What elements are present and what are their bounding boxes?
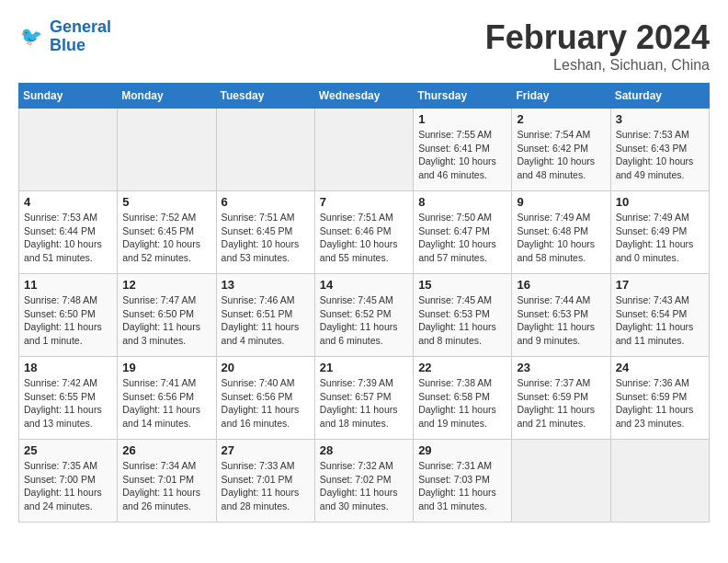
day-info: Sunrise: 7:40 AM Sunset: 6:56 PM Dayligh… [222,376,310,431]
calendar-header-row: SundayMondayTuesdayWednesdayThursdayFrid… [19,84,710,109]
day-of-week-header: Friday [512,84,610,109]
day-info: Sunrise: 7:33 AM Sunset: 7:01 PM Dayligh… [222,459,310,513]
day-number: 1 [418,112,506,126]
calendar-cell: 24Sunrise: 7:36 AM Sunset: 6:59 PM Dayli… [610,357,709,440]
day-number: 20 [222,361,310,374]
day-info: Sunrise: 7:50 AM Sunset: 6:47 PM Dayligh… [418,211,506,265]
calendar-cell: 6Sunrise: 7:51 AM Sunset: 6:45 PM Daylig… [216,191,314,274]
calendar-cell: 10Sunrise: 7:49 AM Sunset: 6:49 PM Dayli… [610,191,709,274]
calendar-cell [610,440,709,523]
day-info: Sunrise: 7:52 AM Sunset: 6:45 PM Dayligh… [122,211,210,265]
day-number: 26 [122,443,210,457]
day-of-week-header: Saturday [610,84,709,109]
day-of-week-header: Sunday [19,84,118,109]
day-info: Sunrise: 7:42 AM Sunset: 6:55 PM Dayligh… [24,376,112,431]
day-of-week-header: Thursday [414,84,512,109]
title-block: February 2024 Leshan, Sichuan, China [485,18,710,74]
calendar-cell: 9Sunrise: 7:49 AM Sunset: 6:48 PM Daylig… [512,191,610,274]
calendar-cell: 13Sunrise: 7:46 AM Sunset: 6:51 PM Dayli… [216,274,314,357]
day-info: Sunrise: 7:53 AM Sunset: 6:44 PM Dayligh… [24,211,112,265]
logo-icon: 🐦 [18,23,46,51]
day-number: 3 [616,112,704,126]
calendar-cell: 15Sunrise: 7:45 AM Sunset: 6:53 PM Dayli… [414,274,512,357]
calendar-cell [19,109,118,191]
day-number: 4 [24,195,112,209]
calendar-cell: 4Sunrise: 7:53 AM Sunset: 6:44 PM Daylig… [19,191,118,274]
day-number: 17 [616,278,704,292]
calendar-cell: 17Sunrise: 7:43 AM Sunset: 6:54 PM Dayli… [610,274,709,357]
calendar-cell: 25Sunrise: 7:35 AM Sunset: 7:00 PM Dayli… [19,440,118,523]
day-info: Sunrise: 7:34 AM Sunset: 7:01 PM Dayligh… [122,459,210,513]
day-number: 25 [24,443,112,457]
calendar-cell: 21Sunrise: 7:39 AM Sunset: 6:57 PM Dayli… [314,357,413,440]
day-info: Sunrise: 7:45 AM Sunset: 6:52 PM Dayligh… [320,293,408,348]
day-info: Sunrise: 7:51 AM Sunset: 6:46 PM Dayligh… [320,211,408,265]
day-info: Sunrise: 7:39 AM Sunset: 6:57 PM Dayligh… [320,376,408,431]
calendar-week-row: 4Sunrise: 7:53 AM Sunset: 6:44 PM Daylig… [19,191,710,274]
calendar-week-row: 1Sunrise: 7:55 AM Sunset: 6:41 PM Daylig… [19,109,710,191]
day-info: Sunrise: 7:53 AM Sunset: 6:43 PM Dayligh… [616,128,704,182]
calendar-cell: 23Sunrise: 7:37 AM Sunset: 6:59 PM Dayli… [512,357,610,440]
calendar-cell: 18Sunrise: 7:42 AM Sunset: 6:55 PM Dayli… [19,357,118,440]
calendar-cell: 26Sunrise: 7:34 AM Sunset: 7:01 PM Dayli… [118,440,216,523]
page-header: 🐦 General Blue February 2024 Leshan, Sic… [18,18,710,74]
day-number: 12 [122,278,210,292]
calendar-cell [512,440,610,523]
day-info: Sunrise: 7:51 AM Sunset: 6:45 PM Dayligh… [222,211,310,265]
day-info: Sunrise: 7:54 AM Sunset: 6:42 PM Dayligh… [517,128,605,182]
day-number: 15 [418,278,506,292]
calendar-cell: 28Sunrise: 7:32 AM Sunset: 7:02 PM Dayli… [314,440,413,523]
calendar-cell [314,109,413,191]
day-info: Sunrise: 7:44 AM Sunset: 6:53 PM Dayligh… [517,293,605,348]
calendar-cell: 1Sunrise: 7:55 AM Sunset: 6:41 PM Daylig… [414,109,512,191]
day-info: Sunrise: 7:35 AM Sunset: 7:00 PM Dayligh… [24,459,112,513]
day-info: Sunrise: 7:43 AM Sunset: 6:54 PM Dayligh… [616,293,704,348]
logo: 🐦 General Blue [18,18,111,55]
calendar-week-row: 18Sunrise: 7:42 AM Sunset: 6:55 PM Dayli… [19,357,710,440]
day-number: 18 [24,361,112,374]
day-info: Sunrise: 7:45 AM Sunset: 6:53 PM Dayligh… [418,293,506,348]
calendar-week-row: 25Sunrise: 7:35 AM Sunset: 7:00 PM Dayli… [19,440,710,523]
month-title: February 2024 [485,18,710,57]
day-info: Sunrise: 7:47 AM Sunset: 6:50 PM Dayligh… [122,293,210,348]
location-title: Leshan, Sichuan, China [485,57,710,74]
calendar-cell: 22Sunrise: 7:38 AM Sunset: 6:58 PM Dayli… [414,357,512,440]
calendar-cell: 5Sunrise: 7:52 AM Sunset: 6:45 PM Daylig… [118,191,216,274]
calendar-cell: 3Sunrise: 7:53 AM Sunset: 6:43 PM Daylig… [610,109,709,191]
day-number: 14 [320,278,408,292]
day-of-week-header: Wednesday [314,84,413,109]
calendar-cell: 7Sunrise: 7:51 AM Sunset: 6:46 PM Daylig… [314,191,413,274]
day-number: 8 [418,195,506,209]
calendar-cell: 11Sunrise: 7:48 AM Sunset: 6:50 PM Dayli… [19,274,118,357]
calendar-cell: 12Sunrise: 7:47 AM Sunset: 6:50 PM Dayli… [118,274,216,357]
day-number: 27 [222,443,310,457]
calendar-week-row: 11Sunrise: 7:48 AM Sunset: 6:50 PM Dayli… [19,274,710,357]
day-info: Sunrise: 7:49 AM Sunset: 6:48 PM Dayligh… [517,211,605,265]
calendar-cell: 14Sunrise: 7:45 AM Sunset: 6:52 PM Dayli… [314,274,413,357]
logo-text: General Blue [50,18,111,55]
day-info: Sunrise: 7:55 AM Sunset: 6:41 PM Dayligh… [418,128,506,182]
calendar-cell: 19Sunrise: 7:41 AM Sunset: 6:56 PM Dayli… [118,357,216,440]
day-number: 22 [418,361,506,374]
calendar-cell: 8Sunrise: 7:50 AM Sunset: 6:47 PM Daylig… [414,191,512,274]
day-info: Sunrise: 7:49 AM Sunset: 6:49 PM Dayligh… [616,211,704,265]
day-of-week-header: Tuesday [216,84,314,109]
day-number: 6 [222,195,310,209]
day-number: 23 [517,361,605,374]
day-number: 10 [616,195,704,209]
day-number: 7 [320,195,408,209]
day-info: Sunrise: 7:48 AM Sunset: 6:50 PM Dayligh… [24,293,112,348]
day-number: 28 [320,443,408,457]
calendar-cell [216,109,314,191]
svg-text:🐦: 🐦 [20,25,43,47]
day-number: 2 [517,112,605,126]
day-info: Sunrise: 7:37 AM Sunset: 6:59 PM Dayligh… [517,376,605,431]
day-number: 5 [122,195,210,209]
calendar-table: SundayMondayTuesdayWednesdayThursdayFrid… [18,83,710,523]
day-number: 21 [320,361,408,374]
day-number: 13 [222,278,310,292]
calendar-cell: 2Sunrise: 7:54 AM Sunset: 6:42 PM Daylig… [512,109,610,191]
calendar-cell: 20Sunrise: 7:40 AM Sunset: 6:56 PM Dayli… [216,357,314,440]
calendar-cell [118,109,216,191]
calendar-cell: 16Sunrise: 7:44 AM Sunset: 6:53 PM Dayli… [512,274,610,357]
